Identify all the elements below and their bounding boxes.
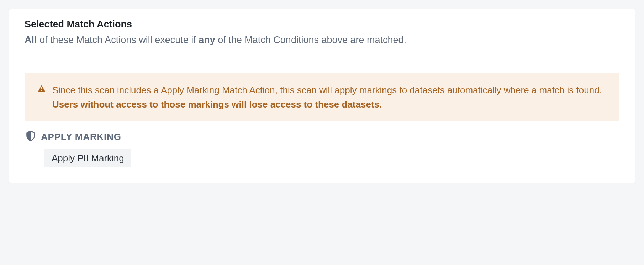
warning-text-plain: Since this scan includes a Apply Marking…	[52, 85, 602, 95]
subtitle-bold-all: All	[25, 35, 37, 45]
subtitle-text-2: of the Match Conditions above are matche…	[215, 35, 406, 45]
svg-rect-1	[41, 90, 42, 91]
match-actions-card: Selected Match Actions All of these Matc…	[9, 9, 635, 183]
warning-text: Since this scan includes a Apply Marking…	[52, 83, 607, 112]
subtitle-bold-any: any	[199, 35, 215, 45]
card-title: Selected Match Actions	[25, 19, 619, 30]
warning-text-bold: Users without access to those markings w…	[52, 99, 382, 110]
subtitle-text-1: of these Match Actions will execute if	[37, 35, 199, 45]
card-header: Selected Match Actions All of these Matc…	[9, 9, 635, 57]
svg-rect-0	[41, 87, 42, 89]
action-row: APPLY MARKING	[25, 131, 619, 143]
action-label: APPLY MARKING	[41, 131, 121, 142]
shield-icon	[26, 131, 35, 143]
warning-banner: Since this scan includes a Apply Marking…	[25, 73, 619, 122]
card-body: Since this scan includes a Apply Marking…	[9, 57, 635, 183]
apply-pii-marking-button[interactable]: Apply PII Marking	[44, 149, 131, 167]
card-subtitle: All of these Match Actions will execute …	[25, 33, 619, 47]
warning-icon	[37, 84, 46, 94]
